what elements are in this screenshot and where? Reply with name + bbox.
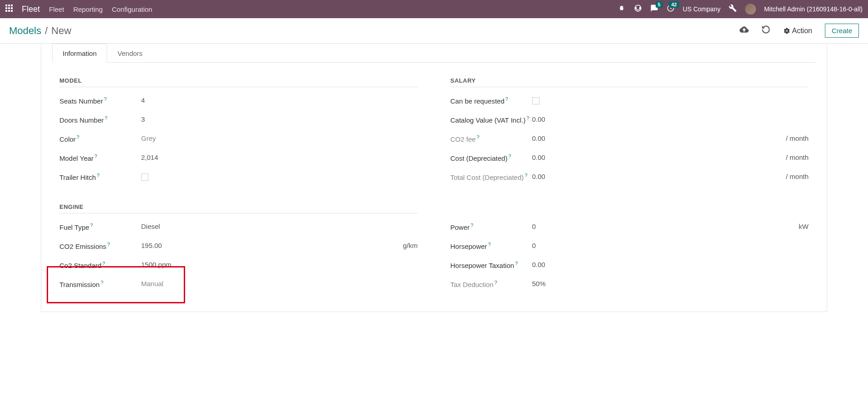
co2e-unit: g/km — [403, 241, 418, 249]
section-engine: ENGINE — [59, 203, 418, 213]
help-icon[interactable]: ? — [526, 115, 529, 121]
cloud-upload-icon[interactable] — [740, 25, 749, 36]
help-icon[interactable]: ? — [103, 261, 105, 266]
co2fee-value: 0.00 — [532, 134, 781, 142]
svg-rect-6 — [5, 10, 7, 12]
taxded-value: 50% — [532, 279, 809, 287]
hp-value[interactable]: 0 — [532, 241, 809, 249]
help-icon[interactable]: ? — [77, 134, 79, 140]
help-icon[interactable]: ? — [471, 223, 473, 228]
breadcrumb-current: New — [51, 25, 71, 37]
co2e-value[interactable]: 195.00 — [141, 241, 398, 249]
tools-icon[interactable] — [729, 4, 737, 14]
action-label: Action — [792, 27, 812, 35]
tabs: Information Vendors — [52, 44, 816, 63]
total-label: Total Cost (Depreciated) — [451, 173, 524, 181]
doors-label: Doors Number — [59, 116, 104, 124]
doors-value[interactable]: 3 — [141, 114, 418, 123]
help-icon[interactable]: ? — [488, 242, 490, 247]
apps-icon[interactable] — [5, 5, 13, 14]
section-salary: SALARY — [451, 77, 809, 87]
co2e-label: CO2 Emissions — [59, 243, 106, 250]
hptax-label: Horsepower Taxation — [451, 262, 515, 269]
activity-badge: 42 — [669, 1, 679, 8]
svg-rect-4 — [8, 7, 10, 9]
color-label: Color — [59, 135, 76, 143]
undo-icon[interactable] — [761, 25, 770, 36]
year-value[interactable]: 2,014 — [141, 153, 418, 161]
trailer-label: Trailer Hitch — [59, 173, 96, 181]
breadcrumb: Models / New — [9, 25, 71, 37]
co2fee-label: CO2 fee — [451, 135, 476, 143]
support-icon[interactable] — [634, 4, 642, 14]
messages-badge: 5 — [656, 1, 663, 8]
year-label: Model Year — [59, 154, 93, 162]
create-button[interactable]: Create — [825, 24, 859, 38]
seats-label: Seats Number — [59, 97, 103, 105]
help-icon[interactable]: ? — [104, 96, 107, 102]
hptax-value[interactable]: 0.00 — [532, 260, 809, 268]
seats-value[interactable]: 4 — [141, 95, 418, 104]
catalog-label: Catalog Value (VAT Incl.) — [451, 116, 526, 124]
app-brand[interactable]: Fleet — [22, 5, 40, 14]
help-icon[interactable]: ? — [476, 134, 479, 140]
breadcrumb-models[interactable]: Models — [9, 25, 41, 37]
total-unit: / month — [786, 172, 809, 180]
svg-rect-10 — [635, 7, 636, 9]
action-dropdown[interactable]: Action — [783, 27, 812, 35]
taxded-label: Tax Deduction — [451, 281, 494, 288]
company-switcher[interactable]: US Company — [683, 5, 721, 13]
help-icon[interactable]: ? — [105, 115, 108, 121]
power-value[interactable]: 0 — [532, 222, 794, 230]
co2fee-unit: / month — [786, 134, 809, 142]
total-value: 0.00 — [532, 172, 781, 180]
cost-unit: / month — [786, 153, 809, 161]
activity-icon[interactable]: 42 — [667, 4, 675, 14]
cost-label: Cost (Depreciated) — [451, 154, 508, 162]
power-unit: kW — [799, 222, 809, 230]
help-icon[interactable]: ? — [101, 280, 103, 285]
help-icon[interactable]: ? — [90, 223, 93, 228]
co2s-value[interactable]: 1500 ppm — [141, 260, 418, 268]
trans-value[interactable]: Manual — [141, 279, 418, 287]
help-icon[interactable]: ? — [508, 153, 511, 159]
hp-label: Horsepower — [451, 243, 487, 250]
catalog-value[interactable]: 0.00 — [532, 114, 809, 123]
svg-rect-1 — [8, 5, 10, 6]
control-panel: Models / New Action Create — [0, 18, 868, 44]
nav-reporting[interactable]: Reporting — [73, 5, 103, 13]
bug-icon[interactable] — [618, 4, 626, 14]
fuel-value[interactable]: Diesel — [141, 222, 418, 230]
canreq-checkbox[interactable] — [532, 97, 539, 104]
help-icon[interactable]: ? — [505, 96, 508, 102]
svg-rect-11 — [639, 7, 640, 9]
help-icon[interactable]: ? — [94, 153, 97, 159]
cost-value[interactable]: 0.00 — [532, 153, 781, 161]
tab-information[interactable]: Information — [52, 44, 107, 63]
svg-rect-7 — [8, 10, 10, 12]
help-icon[interactable]: ? — [525, 173, 527, 178]
fuel-label: Fuel Type — [59, 223, 89, 231]
breadcrumb-separator: / — [45, 25, 48, 37]
canreq-label: Can be requested — [451, 97, 505, 105]
svg-rect-8 — [11, 10, 13, 12]
help-icon[interactable]: ? — [97, 173, 99, 178]
nav-configuration[interactable]: Configuration — [112, 5, 152, 13]
section-model: MODEL — [59, 77, 418, 87]
trans-label: Transmission — [59, 281, 100, 288]
messages-icon[interactable]: 5 — [650, 4, 658, 14]
color-value[interactable]: Grey — [141, 134, 418, 142]
svg-rect-2 — [11, 5, 13, 6]
nav-fleet[interactable]: Fleet — [49, 5, 64, 13]
trailer-checkbox[interactable] — [141, 173, 148, 181]
svg-rect-0 — [5, 5, 7, 6]
help-icon[interactable]: ? — [107, 242, 110, 247]
user-menu[interactable]: Mitchell Admin (21609148-16-0-all) — [764, 5, 863, 13]
avatar[interactable] — [745, 4, 756, 15]
svg-rect-5 — [11, 7, 13, 9]
help-icon[interactable]: ? — [495, 280, 497, 285]
top-navbar: Fleet Fleet Reporting Configuration 5 42… — [0, 0, 868, 18]
form-sheet: Information Vendors MODEL Seats Number? … — [41, 44, 827, 312]
tab-vendors[interactable]: Vendors — [107, 44, 153, 63]
help-icon[interactable]: ? — [515, 261, 518, 266]
